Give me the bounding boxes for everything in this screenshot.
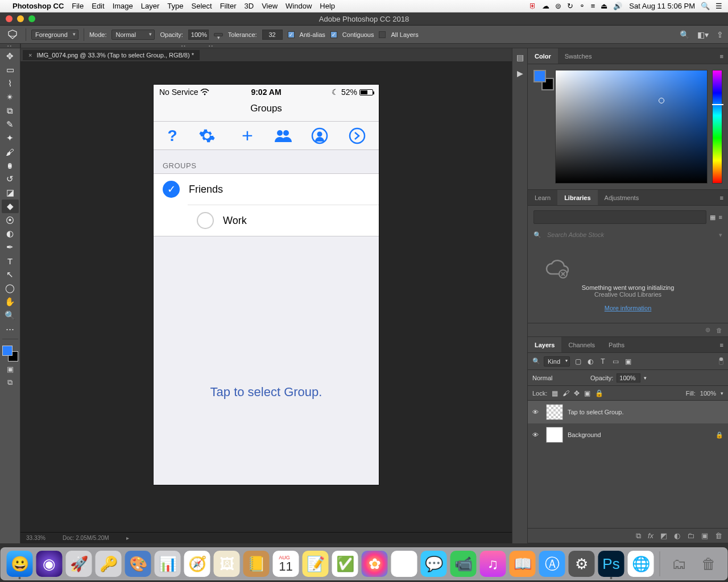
panel-menu-icon[interactable]: ≡ <box>715 48 728 64</box>
trash-icon[interactable]: 🗑 <box>696 551 722 577</box>
channels-tab[interactable]: Channels <box>561 337 601 352</box>
cloud-icon[interactable]: ☁ <box>542 2 549 10</box>
zoom-window-button[interactable] <box>28 15 35 22</box>
layer-filter-kind[interactable]: Kind <box>544 356 570 367</box>
gear-icon[interactable] <box>198 127 221 144</box>
lock-all-icon[interactable]: 🔒 <box>595 389 603 397</box>
color-field[interactable] <box>555 70 708 184</box>
color-tab[interactable]: Color <box>528 48 558 64</box>
clone-stamp-tool[interactable]: ⧯ <box>2 159 19 172</box>
layer-fill-input[interactable]: 100% <box>700 390 716 397</box>
contiguous-checkbox[interactable]: ✓ <box>330 31 337 38</box>
ios-row-friends[interactable]: ✓ Friends <box>154 174 379 205</box>
check-icon[interactable]: ✓ <box>163 181 180 198</box>
menu-select[interactable]: Select <box>191 2 212 10</box>
opacity-input[interactable]: 100% <box>188 30 209 40</box>
color-cursor[interactable] <box>659 98 664 103</box>
swatches-tab[interactable]: Swatches <box>558 48 599 64</box>
move-tool[interactable]: ✥ <box>2 49 19 63</box>
arrow-circle-icon[interactable] <box>349 127 371 144</box>
plus-icon[interactable]: + <box>236 124 259 147</box>
paths-tab[interactable]: Paths <box>602 337 631 352</box>
magic-wand-tool[interactable]: ✴ <box>2 90 19 104</box>
filter-shape-icon[interactable]: ▭ <box>611 357 620 365</box>
minimize-window-button[interactable] <box>17 15 24 22</box>
menu-type[interactable]: Type <box>167 2 183 10</box>
system-preferences-icon[interactable]: ⚙ <box>569 551 595 577</box>
menubar-clock[interactable]: Sat Aug 11 5:06 PM <box>629 2 695 10</box>
finder-icon[interactable]: 😀 <box>7 551 33 577</box>
crop-tool[interactable]: ⧉ <box>2 104 19 118</box>
marquee-tool[interactable]: ▭ <box>2 63 19 77</box>
learn-tab[interactable]: Learn <box>528 190 557 205</box>
spotlight-icon[interactable]: 🔍 <box>701 2 710 10</box>
close-tab-icon[interactable]: × <box>28 52 32 59</box>
menu-view[interactable]: View <box>262 2 278 10</box>
visibility-icon[interactable]: 👁 <box>532 431 541 438</box>
hand-tool[interactable]: ✋ <box>2 295 19 309</box>
history-brush-tool[interactable]: ↺ <box>2 172 19 186</box>
filter-toggle[interactable] <box>719 358 723 365</box>
adjustments-tab[interactable]: Adjustments <box>598 190 646 205</box>
menu-help[interactable]: Help <box>320 2 335 10</box>
chevron-down-icon[interactable]: ▾ <box>644 375 647 381</box>
calendar-icon[interactable]: AUG11 <box>273 551 299 577</box>
quick-mask-icon[interactable]: ▣ <box>2 363 19 375</box>
lock-position-icon[interactable]: ✥ <box>574 389 580 397</box>
document-tab[interactable]: × IMG_0074.png @ 33.3% (Tap to select Gr… <box>23 50 200 60</box>
opacity-flyout[interactable] <box>214 33 223 36</box>
color-panel-swatches[interactable] <box>533 70 551 87</box>
paint-bucket-tool[interactable]: ◆ <box>2 199 19 213</box>
group-icon[interactable]: 🗀 <box>687 531 694 540</box>
fill-mode-dropdown[interactable]: Foreground <box>31 30 78 40</box>
search-icon[interactable]: 🔍 <box>680 30 689 39</box>
path-select-tool[interactable]: ↖ <box>2 268 19 281</box>
type-tool[interactable]: T <box>2 254 19 268</box>
messages-icon[interactable]: 💬 <box>421 551 447 577</box>
status-chevron-icon[interactable]: ▸ <box>126 535 129 541</box>
app-name[interactable]: Photoshop CC <box>13 2 64 10</box>
photos-icon[interactable]: ✿ <box>362 551 388 577</box>
siri-icon[interactable]: ◉ <box>36 551 63 577</box>
lib-trash-icon[interactable]: 🗑 <box>716 327 722 334</box>
chevron-down-icon[interactable]: ▾ <box>719 231 722 239</box>
link-layers-icon[interactable]: ⧉ <box>636 531 641 541</box>
panels-collapse-grip[interactable]: •• •• <box>20 44 220 48</box>
fx-icon[interactable]: fx <box>648 531 653 540</box>
lib-more-info-link[interactable]: More information <box>605 305 652 311</box>
current-tool-icon[interactable] <box>5 28 20 41</box>
layer-thumbnail[interactable] <box>546 427 563 443</box>
help-icon[interactable]: ? <box>161 127 184 145</box>
zoom-tool[interactable]: 🔍 <box>2 309 19 322</box>
layer-opacity-input[interactable]: 100% <box>617 373 640 383</box>
layer-name[interactable]: Tap to select Group. <box>568 409 623 415</box>
layer-item[interactable]: 👁 Background 🔒 <box>528 423 728 446</box>
antialias-checkbox[interactable]: ✓ <box>288 31 295 38</box>
filter-image-icon[interactable]: ▢ <box>573 357 582 365</box>
contacts-icon[interactable]: 📒 <box>243 551 270 577</box>
history-panel-icon[interactable]: ▤ <box>516 53 524 62</box>
chrome-icon[interactable]: 🌐 <box>628 551 654 577</box>
hue-slider[interactable] <box>712 70 722 184</box>
grid-view-icon[interactable]: ▦ <box>710 214 715 221</box>
close-window-button[interactable] <box>6 15 13 22</box>
fg-swatch[interactable] <box>533 70 546 82</box>
notes-icon[interactable]: 📝 <box>303 551 329 577</box>
menu-window[interactable]: Window <box>286 2 312 10</box>
toolbox-swatches[interactable] <box>2 346 18 361</box>
zoom-level[interactable]: 33.33% <box>26 535 46 541</box>
brush-tool[interactable]: 🖌 <box>2 145 19 159</box>
libraries-dropdown[interactable] <box>533 210 706 224</box>
people-icon[interactable] <box>274 128 296 143</box>
panel-menu-icon[interactable]: ≡ <box>715 337 728 352</box>
appstore-icon[interactable]: Ⓐ <box>539 551 565 577</box>
menu-edit[interactable]: Edit <box>92 2 104 10</box>
reminders-icon[interactable]: ✅ <box>332 551 358 577</box>
eject-icon[interactable]: ⏏ <box>601 2 607 10</box>
foreground-color-swatch[interactable] <box>2 346 13 356</box>
keychain-icon[interactable]: 🔑 <box>96 551 122 577</box>
shield-icon[interactable]: ⛨ <box>529 2 536 10</box>
adjustment-layer-icon[interactable]: ◐ <box>674 531 680 540</box>
safari-icon[interactable]: 🧭 <box>184 551 210 577</box>
volume-icon[interactable]: 🔊 <box>613 2 622 10</box>
